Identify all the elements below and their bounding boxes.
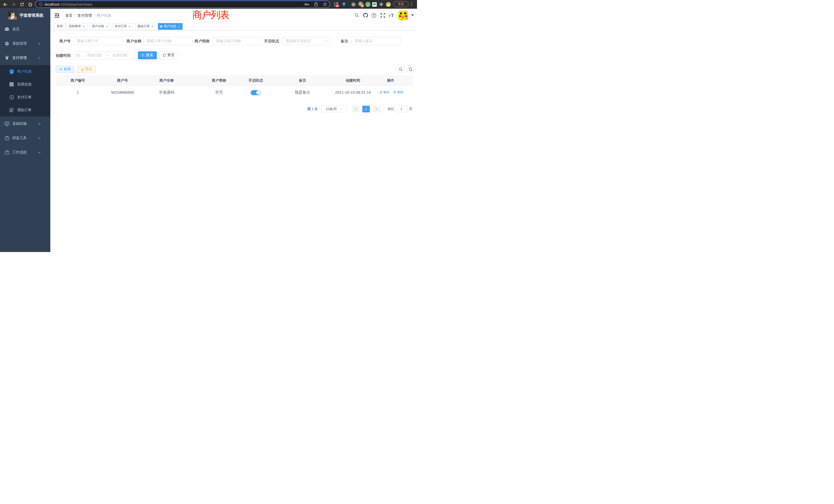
svg-text:T: T: [391, 13, 394, 18]
svg-text:10: 10: [336, 5, 338, 7]
svg-text:¥: ¥: [11, 96, 13, 99]
svg-text:⌘: ⌘: [352, 3, 355, 6]
svg-text:1: 1: [361, 5, 363, 7]
svg-text:y: y: [367, 3, 369, 6]
svg-text:T: T: [389, 14, 391, 18]
